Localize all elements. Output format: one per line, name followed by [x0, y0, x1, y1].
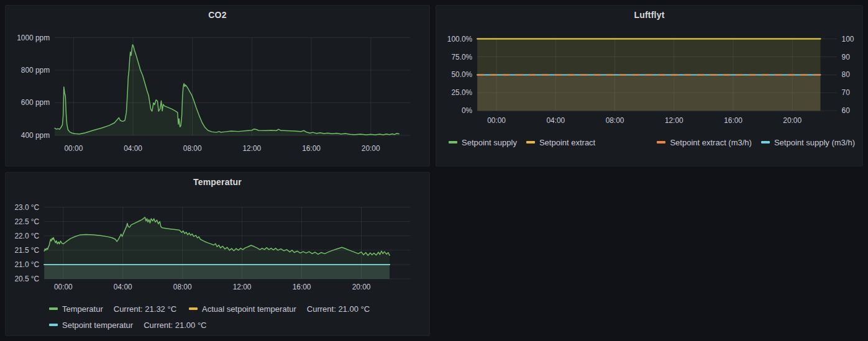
x-axis-tick-label: 00:00: [487, 116, 506, 125]
series-area-fill: [44, 265, 390, 279]
y-axis-tick-label: 25.0%: [451, 88, 472, 97]
y-axis-tick-label: 1000 ppm: [17, 34, 50, 42]
legend-item-setpoint-extract-m3h[interactable]: Setpoint extract (m3/h): [657, 139, 752, 147]
y-axis-tick-label: 0%: [462, 106, 473, 115]
y-axis-tick-label: 21.0 °C: [14, 260, 39, 269]
x-axis-tick-label: 08:00: [183, 144, 202, 153]
legend-swatch-yellow-icon: [526, 141, 535, 143]
co2-chart[interactable]: 00:0004:0008:0012:0016:0020:001000 ppm80…: [6, 6, 429, 166]
x-axis-tick-label: 04:00: [114, 283, 132, 291]
x-axis-tick-label: 20:00: [362, 144, 380, 153]
legend-label: Setpoint supply: [462, 139, 517, 147]
legend-label: Temperatur: [62, 305, 103, 313]
y-axis-tick-label: 400 ppm: [21, 131, 50, 140]
y-axis-tick-label: 20.5 °C: [14, 275, 39, 283]
temperatur-legend-row-1: Temperatur Current: 21.32 °C Actual setp…: [49, 301, 370, 316]
x-axis-tick-label: 20:00: [783, 116, 802, 125]
legend-item-setpoint-extract[interactable]: Setpoint extract: [526, 139, 595, 147]
right-axis-tick-label: 70: [842, 88, 851, 97]
x-axis-tick-label: 12:00: [233, 283, 252, 291]
y-axis-tick-label: 22.0 °C: [14, 232, 39, 240]
legend-swatch-cyan-icon: [49, 324, 58, 326]
legend-label: Actual setpoint temperatur: [202, 305, 296, 313]
y-axis-tick-label: 800 ppm: [21, 66, 50, 75]
legend-current-value: Current: 21.00 °C: [144, 321, 206, 329]
y-axis-tick-label: 22.5 °C: [14, 217, 39, 226]
y-axis-tick-label: 75.0%: [451, 53, 472, 61]
right-axis-tick-label: 80: [842, 70, 851, 79]
right-axis-tick-label: 60: [842, 106, 851, 115]
x-axis-tick-label: 16:00: [302, 144, 321, 153]
legend-item-actual-setpoint-temperatur[interactable]: Actual setpoint temperatur Current: 21.0…: [189, 305, 370, 313]
y-axis-tick-label: 100.0%: [447, 35, 473, 43]
panel-co2: CO2 00:0004:0008:0012:0016:0020:001000 p…: [5, 5, 430, 166]
x-axis-tick-label: 00:00: [65, 144, 83, 153]
series-line: [55, 45, 399, 135]
panel-temperatur: Temperatur 00:0004:0008:0012:0016:0020:0…: [5, 172, 430, 336]
legend-item-setpoint-temperatur[interactable]: Setpoint temperatur Current: 21.00 °C: [49, 321, 207, 329]
y-axis-tick-label: 600 ppm: [21, 98, 50, 107]
x-axis-tick-label: 00:00: [54, 283, 73, 291]
legend-swatch-green-icon: [449, 141, 457, 143]
x-axis-tick-label: 04:00: [546, 116, 565, 125]
legend-swatch-green-icon: [49, 307, 58, 310]
legend-current-value: Current: 21.32 °C: [114, 305, 176, 313]
panel-title-temperatur[interactable]: Temperatur: [6, 177, 429, 187]
temperatur-legend-row-2: Setpoint temperatur Current: 21.00 °C: [49, 317, 207, 332]
panel-title-luftflyt[interactable]: Luftflyt: [436, 10, 862, 20]
right-axis-tick-label: 100: [842, 35, 854, 43]
grafana-dashboard: { "dashboard": { "background_color": "#1…: [0, 0, 868, 341]
x-axis-tick-label: 12:00: [665, 116, 683, 125]
x-axis-tick-label: 12:00: [242, 144, 261, 153]
x-axis-tick-label: 20:00: [352, 283, 371, 291]
x-axis-tick-label: 08:00: [606, 116, 624, 125]
legend-label: Setpoint extract (m3/h): [670, 139, 752, 147]
legend-label: Setpoint supply (m3/h): [774, 139, 855, 147]
legend-current-value: Current: 21.00 °C: [307, 305, 370, 313]
luftflyt-legend: Setpoint supply Setpoint extract Setpoin…: [449, 136, 855, 148]
x-axis-tick-label: 04:00: [124, 144, 142, 153]
legend-swatch-cyan-icon: [761, 141, 770, 143]
panel-luftflyt: Luftflyt 00:0004:0008:0012:0016:0020:001…: [436, 5, 863, 166]
series-area-fill: [55, 45, 399, 135]
legend-swatch-orange-icon: [657, 141, 665, 143]
y-axis-tick-label: 50.0%: [451, 70, 472, 79]
y-axis-tick-label: 21.5 °C: [14, 246, 39, 255]
panel-title-co2[interactable]: CO2: [6, 10, 429, 20]
legend-item-temperatur[interactable]: Temperatur Current: 21.32 °C: [49, 305, 176, 313]
legend-label: Setpoint temperatur: [62, 321, 133, 329]
legend-item-setpoint-supply-m3h[interactable]: Setpoint supply (m3/h): [761, 139, 855, 147]
series-area-fill: [477, 75, 820, 111]
y-axis-tick-label: 23.0 °C: [14, 203, 39, 212]
x-axis-tick-label: 16:00: [724, 116, 742, 125]
x-axis-tick-label: 08:00: [173, 283, 192, 291]
legend-swatch-yellow-icon: [189, 307, 198, 310]
x-axis-tick-label: 16:00: [293, 283, 311, 291]
right-axis-tick-label: 90: [842, 53, 851, 61]
legend-label: Setpoint extract: [539, 139, 595, 147]
legend-item-setpoint-supply[interactable]: Setpoint supply: [449, 139, 517, 147]
